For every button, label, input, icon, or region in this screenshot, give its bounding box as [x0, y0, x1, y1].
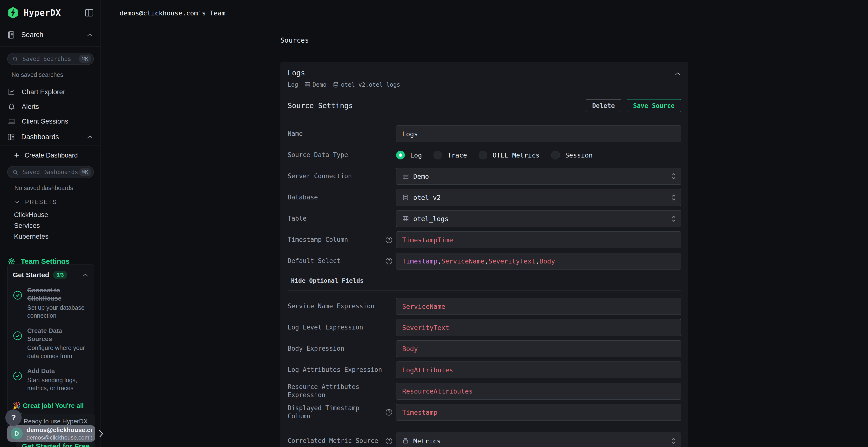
radio-label: Trace [447, 151, 467, 159]
sidebar-section-search[interactable]: Search [0, 23, 100, 47]
sidebar-item-chart-explorer[interactable]: Chart Explorer [0, 84, 100, 99]
get-started-item-connect-to-clickhouse[interactable]: Connect to ClickHouseSet up your databas… [13, 286, 89, 320]
sidebar-section-dashboards[interactable]: Dashboards [0, 130, 100, 145]
get-started-progress-badge: 3/3 [53, 271, 67, 279]
form-row-name: NameLogs [288, 126, 681, 142]
collapse-card-icon[interactable] [674, 72, 681, 76]
sidebar-nav: Chart ExplorerAlertsClient Sessions [0, 84, 100, 129]
help-button[interactable]: ? [5, 409, 22, 426]
saved-searches-placeholder: Saved Searches [23, 56, 79, 62]
select-chevrons-icon [671, 437, 677, 445]
radio-trace[interactable]: Trace [434, 151, 467, 160]
select-value: otel_v2 [413, 194, 441, 201]
radio-label: Log [410, 151, 422, 159]
check-circle-icon [13, 371, 23, 381]
log-level-expression-input[interactable]: SeverityText [396, 319, 681, 336]
source-type-badge: Log [288, 81, 298, 88]
name-input[interactable]: Logs [396, 126, 681, 142]
field-label: Service Name Expression [288, 302, 374, 310]
help-icon[interactable] [385, 257, 393, 265]
team-title: demos@clickhouse.com's Team [120, 9, 225, 17]
table-path-badge: otel_v2.otel_logs [341, 81, 400, 88]
user-chip[interactable]: D demos@clickhouse.com demos@clickhouse.… [7, 425, 95, 442]
code-token: ResourceAttributes [402, 387, 473, 395]
main-content: Sources Logs Log Demo [101, 26, 868, 447]
hyperdx-logo-icon [7, 6, 19, 19]
default-select-input[interactable]: Timestamp,ServiceName,SeverityText,Body [396, 253, 681, 270]
code-token: LogAttributes [402, 366, 453, 374]
create-dashboard-label: Create Dashboard [25, 152, 78, 159]
preset-item-kubernetes[interactable]: Kubernetes [0, 231, 100, 242]
radio-circle [396, 151, 405, 160]
resource-attributes-expression-input[interactable]: ResourceAttributes [396, 383, 681, 400]
get-started-item-add-data[interactable]: Add DataStart sending logs, metrics, or … [13, 367, 89, 392]
radio-otel-metrics[interactable]: OTEL Metrics [478, 151, 539, 160]
form-row-correlated-metric-source: Correlated Metric SourceMetrics [288, 433, 681, 447]
server-connection-select[interactable]: Demo [396, 168, 681, 185]
shortcut-badge: ⌘K [79, 55, 91, 63]
field-label: Log Attributes Expression [288, 366, 382, 374]
sidebar-collapse-icon[interactable] [85, 9, 94, 17]
sidebar-item-client-sessions[interactable]: Client Sessions [0, 114, 100, 129]
sidebar-item-alerts[interactable]: Alerts [0, 99, 100, 114]
get-started-item-create-data-sources[interactable]: Create Data SourcesConfigure where your … [13, 326, 89, 360]
radio-label: OTEL Metrics [493, 151, 539, 159]
field-label: Displayed Timestamp Column [288, 404, 385, 420]
help-icon[interactable] [385, 236, 393, 244]
radio-label: Session [565, 151, 593, 159]
topbar: demos@clickhouse.com's Team [101, 0, 868, 26]
hide-optional-fields-toggle[interactable]: Hide Optional Fields [288, 277, 364, 284]
form-row-displayed-timestamp-column: Displayed Timestamp ColumnTimestamp [288, 404, 681, 421]
presets-label: PRESETS [25, 199, 57, 205]
table-select[interactable]: otel_logs [396, 210, 681, 227]
help-icon[interactable] [385, 437, 393, 445]
chevron-down-icon [14, 200, 20, 204]
divider [288, 425, 681, 425]
bell-icon [8, 103, 16, 110]
ready-text: Ready to use HyperDX [24, 418, 88, 425]
saved-dashboards-input[interactable]: Saved Dashboards ⌘K [7, 166, 94, 178]
create-dashboard-button[interactable]: Create Dashboard [0, 149, 100, 162]
save-source-button[interactable]: Save Source [627, 99, 681, 112]
user-team: demos@clickhouse.com's [27, 434, 92, 441]
presets-toggle[interactable]: PRESETS [14, 199, 100, 205]
radio-log[interactable]: Log [396, 151, 422, 160]
source-card: Logs Log Demo otel_v2.otel_logs [280, 62, 688, 447]
body-expression-input[interactable]: Body [396, 340, 681, 357]
code-token: Logs [402, 130, 418, 138]
service-name-expression-input[interactable]: ServiceName [396, 298, 681, 315]
radio-session[interactable]: Session [551, 151, 593, 160]
get-started-free-link[interactable]: Get Started for Free [17, 442, 95, 447]
help-icon[interactable] [385, 409, 393, 416]
field-label: Database [288, 194, 318, 202]
preset-item-clickhouse[interactable]: ClickHouse [0, 209, 100, 220]
no-saved-searches-text: No saved searches [11, 71, 100, 78]
page-title: Sources [280, 36, 688, 44]
delete-button[interactable]: Delete [586, 99, 621, 112]
saved-searches-input[interactable]: Saved Searches ⌘K [7, 53, 94, 65]
log-attributes-expression-input[interactable]: LogAttributes [396, 362, 681, 378]
preset-list: ClickHouseServicesKubernetes [0, 209, 100, 242]
chart-line-icon [8, 88, 16, 96]
get-started-item-title: Connect to ClickHouse [27, 286, 89, 303]
displayed-timestamp-column-input[interactable]: Timestamp [396, 404, 681, 421]
search-icon [12, 56, 19, 62]
form-row-source-data-type: Source Data TypeLogTraceOTEL MetricsSess… [288, 147, 681, 164]
field-label: Timestamp Column [288, 236, 348, 244]
connection-badge: Demo [312, 81, 327, 88]
field-label: Table [288, 215, 306, 223]
code-token: , [485, 257, 488, 265]
get-started-header[interactable]: Get Started 3/3 [13, 271, 89, 279]
metric-source-icon [402, 438, 409, 444]
preset-item-services[interactable]: Services [0, 220, 100, 231]
sidebar-item-label: Chart Explorer [22, 88, 93, 96]
code-token: Timestamp [402, 409, 437, 416]
database-select[interactable]: otel_v2 [396, 189, 681, 206]
correlated-metric-source-select[interactable]: Metrics [396, 433, 681, 447]
form-rows-footer: Correlated Metric SourceMetrics [288, 433, 681, 447]
timestamp-column-input[interactable]: TimestampTime [396, 232, 681, 248]
source-badges: Log Demo otel_v2.otel_logs [288, 81, 681, 88]
chevron-right-icon[interactable] [98, 429, 104, 438]
server-icon [304, 82, 311, 88]
code-token: TimestampTime [402, 236, 453, 244]
